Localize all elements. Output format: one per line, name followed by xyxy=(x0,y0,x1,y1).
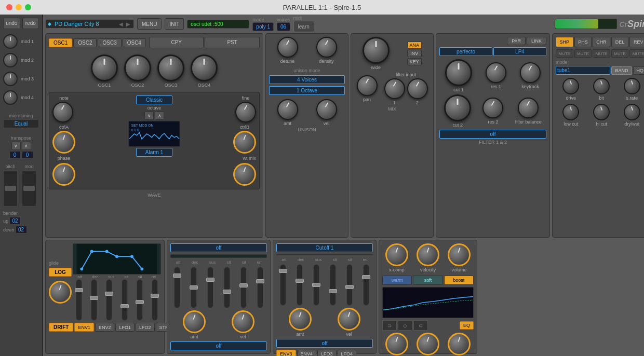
drive-knob[interactable] xyxy=(562,78,579,94)
filter-balance-knob[interactable] xyxy=(518,98,539,118)
env2-att-track[interactable] xyxy=(174,267,180,308)
ana-button[interactable]: ANA xyxy=(407,42,422,49)
volume-knob[interactable] xyxy=(448,243,471,266)
osc-pst-button[interactable]: PST xyxy=(205,37,260,48)
key-button[interactable]: KEY xyxy=(407,58,422,65)
env2-sus-track[interactable] xyxy=(207,267,213,308)
xcomp-knob[interactable] xyxy=(385,243,408,266)
env3-dec-track[interactable] xyxy=(297,264,303,306)
low-cut-knob[interactable] xyxy=(562,104,579,120)
fx-rev-tab[interactable]: REV xyxy=(629,37,644,47)
minimize-button[interactable] xyxy=(16,4,22,10)
warm-button[interactable]: warm xyxy=(382,276,412,285)
env1-tab[interactable]: ENV1 xyxy=(74,323,94,332)
note-knob[interactable] xyxy=(52,102,73,122)
env3-cutoff-display[interactable]: Cutoff 1 xyxy=(276,243,373,252)
unison-vel-knob[interactable] xyxy=(316,99,337,120)
env3-amt-knob[interactable] xyxy=(289,308,312,331)
redo-button[interactable]: redo xyxy=(22,18,39,29)
link-button[interactable]: LINK xyxy=(527,37,546,45)
phase-knob[interactable] xyxy=(52,163,75,186)
osc3-knob[interactable] xyxy=(157,54,184,81)
par-button[interactable]: PAR xyxy=(507,37,526,45)
velocity-knob[interactable] xyxy=(417,243,439,266)
density-knob[interactable] xyxy=(316,37,337,58)
env3-sus-track[interactable] xyxy=(313,264,319,306)
sus-fader-track[interactable] xyxy=(106,279,112,321)
env2-slt-track[interactable] xyxy=(224,267,230,308)
preset-prev-arrow[interactable]: ◀ xyxy=(118,21,124,27)
wave-alarm-select[interactable]: Alarm 1 xyxy=(136,148,172,157)
cut1-knob[interactable] xyxy=(445,59,472,86)
sil-fader-track[interactable] xyxy=(137,279,143,321)
transpose-up-button[interactable]: ∧ xyxy=(22,142,31,150)
log-button[interactable]: LOG xyxy=(49,268,72,277)
eq-button[interactable]: EQ xyxy=(460,321,474,330)
osc1-knob[interactable] xyxy=(91,54,118,81)
cut2-knob[interactable] xyxy=(444,94,471,121)
osc-cpy-button[interactable]: CPY xyxy=(149,37,204,48)
env3-slt-track[interactable] xyxy=(330,264,336,306)
osc1-tab[interactable]: OSC1 xyxy=(49,38,72,47)
pitch-strip[interactable] xyxy=(3,170,18,207)
q-knob[interactable] xyxy=(417,333,439,355)
menu-button[interactable]: MENU xyxy=(137,18,162,30)
detune-knob[interactable] xyxy=(277,37,298,58)
pan-knob[interactable] xyxy=(357,75,378,96)
octave-up-button[interactable]: ∧ xyxy=(155,112,164,120)
keytrack-knob[interactable] xyxy=(520,62,541,83)
init-button[interactable]: INIT xyxy=(165,18,184,30)
env2-tab[interactable]: ENV2 xyxy=(95,323,115,332)
drift-button[interactable]: DRIFT xyxy=(49,323,73,332)
mute-1-button[interactable]: MUTE xyxy=(556,49,573,58)
filter-input-2-knob[interactable] xyxy=(407,78,428,99)
fx-chr-tab[interactable]: CHR xyxy=(593,37,610,47)
unison-amt-knob[interactable] xyxy=(277,99,298,120)
mute-5-button[interactable]: MUTE xyxy=(629,49,644,58)
mod1-knob[interactable] xyxy=(3,34,18,49)
fx-band-button[interactable]: BAND xyxy=(611,66,632,75)
env2-amt-knob[interactable] xyxy=(183,310,206,333)
env2-off2-display[interactable]: off xyxy=(170,341,267,350)
env3-sil-track[interactable] xyxy=(346,264,353,306)
mute-2-button[interactable]: MUTE xyxy=(574,49,592,58)
env3-att-track[interactable] xyxy=(280,264,286,306)
rel-fader-track[interactable] xyxy=(152,279,158,321)
wave-type-select[interactable]: Classic xyxy=(136,95,172,104)
preset-next-arrow[interactable]: ▶ xyxy=(125,21,131,27)
ctrlB-knob[interactable] xyxy=(233,131,256,154)
mod2-knob[interactable] xyxy=(3,53,18,67)
hi-cut-knob[interactable] xyxy=(593,104,610,120)
mod3-knob[interactable] xyxy=(3,72,18,86)
eq-icon-3[interactable]: ⊂ xyxy=(413,320,428,331)
frq-knob[interactable] xyxy=(385,333,408,355)
dry-wet-knob[interactable] xyxy=(624,104,640,120)
filter-off-display[interactable]: off xyxy=(439,130,546,139)
env2-vel-knob[interactable] xyxy=(232,310,254,333)
env3-tab[interactable]: ENV3 xyxy=(276,350,296,356)
soft-button[interactable]: soft xyxy=(413,276,442,285)
filter-input-1-knob[interactable] xyxy=(384,78,405,99)
res1-knob[interactable] xyxy=(486,62,506,83)
res2-knob[interactable] xyxy=(482,98,503,118)
env3-off-display[interactable]: off xyxy=(276,339,373,348)
env2-sil-track[interactable] xyxy=(240,267,247,308)
octave-down-button[interactable]: ∨ xyxy=(144,112,154,120)
close-button[interactable] xyxy=(6,4,12,10)
inv-button[interactable]: INV xyxy=(407,50,422,57)
eq-icon-2[interactable]: ◇ xyxy=(398,320,412,331)
env2-rel-track[interactable] xyxy=(257,267,263,308)
osc3-tab[interactable]: OSC3 xyxy=(98,38,121,47)
osc2-tab[interactable]: OSC2 xyxy=(73,38,97,47)
filter1-select[interactable]: perfecto xyxy=(439,47,492,56)
unison-octave-value[interactable]: 1 Octave xyxy=(269,86,345,95)
filter2-select[interactable]: LP4 xyxy=(493,47,546,56)
bit-knob[interactable] xyxy=(593,78,610,94)
att-fader-track[interactable] xyxy=(76,279,82,321)
microtuning-value[interactable]: Equal xyxy=(3,119,39,128)
undo-button[interactable]: undo xyxy=(3,18,20,29)
glide-knob[interactable] xyxy=(49,281,72,304)
env3-rel-track[interactable] xyxy=(363,264,369,306)
osc4-knob[interactable] xyxy=(191,54,218,81)
lfo3-tab[interactable]: LFO3 xyxy=(317,350,337,356)
